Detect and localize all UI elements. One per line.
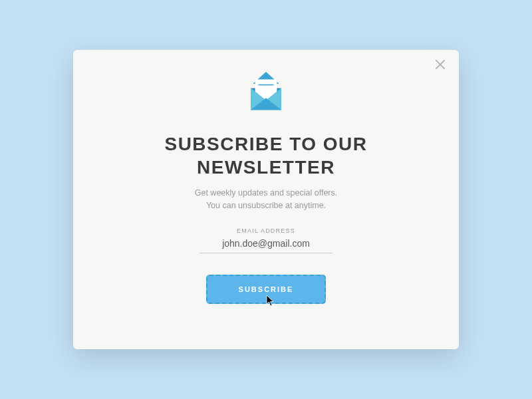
subtitle-line-2: You can unsubscribe at anytime.: [195, 200, 337, 212]
modal-subtitle: Get weekly updates and special offers. Y…: [195, 187, 337, 213]
envelope-icon: [239, 68, 293, 123]
subscribe-button-label: SUBSCRIBE: [239, 285, 294, 293]
modal-title: SUBSCRIBE TO OUR NEWSLETTER: [146, 132, 386, 179]
cursor-icon: [266, 295, 275, 308]
email-input[interactable]: [200, 237, 332, 253]
email-label: EMAIL ADDRESS: [237, 227, 295, 234]
subscribe-button[interactable]: SUBSCRIBE: [206, 275, 326, 304]
subscribe-modal: SUBSCRIBE TO OUR NEWSLETTER Get weekly u…: [73, 50, 459, 349]
subtitle-line-1: Get weekly updates and special offers.: [195, 187, 337, 200]
close-button[interactable]: [434, 59, 447, 72]
close-icon: [436, 60, 445, 72]
